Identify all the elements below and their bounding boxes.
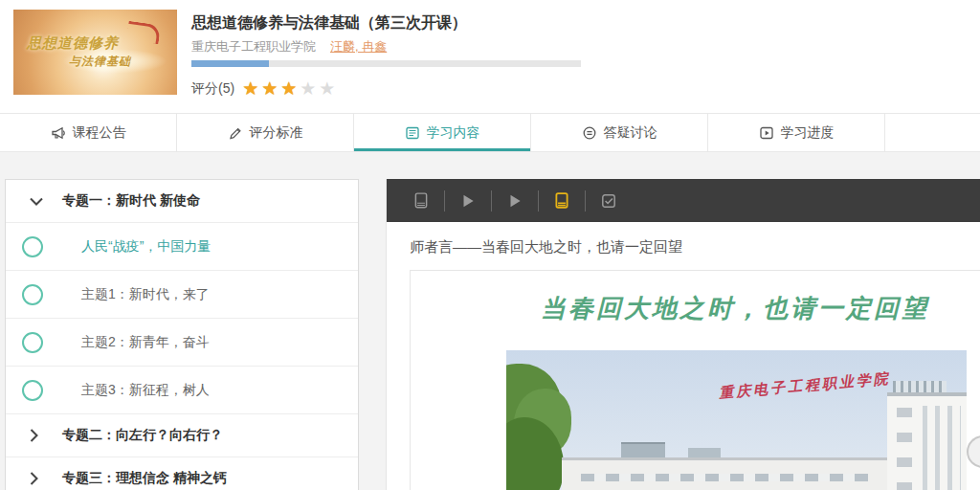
tab-label: 答疑讨论 <box>604 124 657 142</box>
star-icon[interactable]: ★ <box>242 78 261 99</box>
tab-qa-discussion[interactable]: 答疑讨论 <box>531 114 708 151</box>
progress-circle-icon <box>22 236 43 257</box>
thumbnail-swoosh <box>126 21 161 45</box>
course-thumbnail: 思想道德修养 与法律基础 <box>13 10 177 95</box>
lesson-label: 主题3：新征程，树人 <box>81 382 210 399</box>
reader-panel: 当春回大地之时，也请一定回望 重庆电子工程职业学院 <box>410 270 980 490</box>
sidebar-section-1[interactable]: 专题一：新时代 新使命 <box>6 180 358 223</box>
toolbar-separator <box>585 190 586 212</box>
lesson-label: 主题2：新青年，奋斗 <box>81 334 210 351</box>
institution-name: 重庆电子工程职业学院 <box>191 38 316 56</box>
thumbnail-title-line1: 思想道德修养 <box>27 34 119 53</box>
play-icon[interactable] <box>459 192 477 210</box>
courseware-icon[interactable] <box>412 190 430 212</box>
rating-label: 评分(5) <box>191 80 234 98</box>
pencil-icon <box>228 125 243 141</box>
tab-learning-content[interactable]: 学习内容 <box>354 114 531 151</box>
section-label: 专题二：向左行？向右行？ <box>62 427 223 444</box>
rating-stars[interactable]: ★★★★★ <box>242 79 338 98</box>
calligraphy-heading: 当春回大地之时，也请一定回望 <box>411 271 980 325</box>
progress-circle-icon <box>22 284 43 305</box>
tab-label: 学习内容 <box>427 124 480 142</box>
section-label: 专题一：新时代 新使命 <box>62 192 200 210</box>
tab-label: 课程公告 <box>73 124 126 142</box>
rating-row: 评分(5) ★★★★★ <box>191 79 338 98</box>
progress-circle-icon <box>22 380 43 401</box>
lesson-label: 主题1：新时代，来了 <box>81 286 210 303</box>
thumbnail-title-line2: 与法律基础 <box>69 54 131 70</box>
teacher-links[interactable]: 汪麟, 冉鑫 <box>330 38 387 56</box>
tab-course-announcements[interactable]: 课程公告 <box>0 114 177 151</box>
building-low <box>562 457 906 490</box>
building-sign-text: 重庆电子工程职业学院 <box>719 369 892 403</box>
star-icon[interactable]: ★ <box>300 78 319 99</box>
campus-photo: 重庆电子工程职业学院 <box>506 350 967 490</box>
sidebar-lesson-topic1[interactable]: 主题1：新时代，来了 <box>6 271 358 319</box>
lesson-label: 人民“战疫”，中国力量 <box>81 238 211 256</box>
mobile-doc-icon[interactable] <box>553 190 570 212</box>
tab-grading-criteria[interactable]: 评分标准 <box>177 114 354 151</box>
chevron-right-icon <box>30 472 43 485</box>
toolbar-separator <box>444 190 445 212</box>
tab-label: 评分标准 <box>250 124 303 142</box>
megaphone-icon <box>51 125 66 141</box>
chapter-sidebar: 专题一：新时代 新使命 人民“战疫”，中国力量 主题1：新时代，来了 主题2：新… <box>5 179 359 490</box>
course-page: 思想道德修养 与法律基础 思想道德修养与法律基础（第三次开课） 重庆电子工程职业… <box>0 0 980 490</box>
star-icon[interactable]: ★ <box>319 78 338 99</box>
sidebar-lesson-topic3[interactable]: 主题3：新征程，树人 <box>6 367 358 414</box>
sidebar-lesson-zhanyi[interactable]: 人民“战疫”，中国力量 <box>6 223 358 271</box>
course-progress-bar <box>191 60 581 67</box>
lesson-page-title: 师者言——当春回大地之时，也请一定回望 <box>410 238 980 256</box>
progress-circle-icon <box>22 332 43 353</box>
building-windows <box>923 406 961 490</box>
section-label: 专题三：理想信念 精神之钙 <box>62 470 227 487</box>
course-tabbar: 课程公告 评分标准 学习内容 答疑讨论 学习进度 <box>0 113 980 152</box>
sidebar-section-3[interactable]: 专题三：理想信念 精神之钙 <box>6 457 358 490</box>
chat-icon <box>582 125 597 141</box>
toolbar-separator <box>491 190 492 212</box>
building-windows <box>581 474 868 481</box>
play-screen-icon <box>759 125 774 141</box>
content-icon <box>405 125 420 141</box>
toolbar-separator <box>538 190 539 212</box>
roof-structure <box>621 442 665 457</box>
building-windows <box>897 408 912 490</box>
course-progress-fill <box>191 60 269 67</box>
course-title: 思想道德修养与法律基础（第三次开课） <box>191 13 467 33</box>
checkbox-icon[interactable] <box>600 192 617 210</box>
content-toolbar <box>387 179 980 222</box>
roof-railing <box>893 381 947 392</box>
content-main: 师者言——当春回大地之时，也请一定回望 当春回大地之时，也请一定回望 重庆电子工… <box>386 179 980 490</box>
tabbar-filler <box>885 114 980 151</box>
sidebar-section-2[interactable]: 专题二：向左行？向右行？ <box>6 414 358 457</box>
star-icon[interactable]: ★ <box>261 78 280 99</box>
tab-label: 学习进度 <box>781 124 835 142</box>
play-icon[interactable] <box>506 192 523 210</box>
chevron-right-icon <box>30 429 43 442</box>
star-icon[interactable]: ★ <box>280 78 300 99</box>
course-header: 思想道德修养 与法律基础 思想道德修养与法律基础（第三次开课） 重庆电子工程职业… <box>0 0 980 113</box>
building-tall <box>887 392 967 490</box>
tab-learning-progress[interactable]: 学习进度 <box>708 114 885 151</box>
sidebar-lesson-topic2[interactable]: 主题2：新青年，奋斗 <box>6 319 358 367</box>
chevron-down-icon <box>30 197 43 206</box>
